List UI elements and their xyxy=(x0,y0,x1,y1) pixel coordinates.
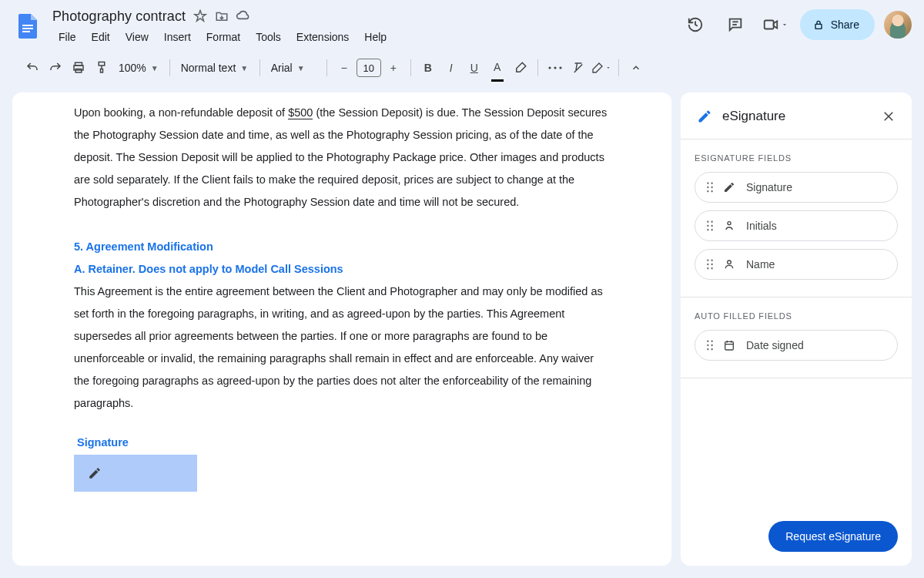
cloud-status-icon[interactable] xyxy=(236,9,250,23)
svg-point-21 xyxy=(711,190,712,192)
clear-formatting-icon[interactable] xyxy=(567,57,589,79)
svg-point-35 xyxy=(728,260,732,264)
text-color-button[interactable]: A xyxy=(487,57,508,79)
menu-insert[interactable]: Insert xyxy=(158,28,197,46)
menu-help[interactable]: Help xyxy=(358,28,393,46)
svg-point-20 xyxy=(707,190,708,192)
svg-point-17 xyxy=(711,183,712,184)
pen-dropdown-button[interactable] xyxy=(591,57,612,79)
svg-rect-1 xyxy=(22,28,33,29)
paint-format-button[interactable] xyxy=(91,57,112,79)
panel-title: eSignature xyxy=(722,109,872,124)
drag-handle-icon xyxy=(706,220,714,231)
bold-button[interactable]: B xyxy=(417,57,439,79)
svg-point-12 xyxy=(554,66,556,69)
svg-point-36 xyxy=(707,341,708,342)
highlight-button[interactable] xyxy=(510,57,531,79)
svg-point-32 xyxy=(711,264,712,265)
request-esignature-button[interactable]: Request eSignature xyxy=(768,521,898,552)
svg-point-33 xyxy=(707,267,708,269)
svg-rect-5 xyxy=(764,21,773,29)
svg-point-18 xyxy=(707,187,708,188)
svg-point-19 xyxy=(711,187,712,188)
svg-point-24 xyxy=(707,225,708,227)
svg-point-39 xyxy=(711,344,712,346)
share-button[interactable]: Share xyxy=(800,9,875,40)
calendar-icon xyxy=(723,339,737,351)
svg-point-16 xyxy=(707,183,708,184)
font-family-select[interactable]: Arial▼ xyxy=(266,62,320,74)
svg-point-31 xyxy=(707,264,708,265)
move-icon[interactable] xyxy=(215,9,229,23)
italic-button[interactable]: I xyxy=(440,57,462,79)
svg-rect-2 xyxy=(22,31,30,32)
svg-rect-0 xyxy=(22,25,33,26)
font-size-input[interactable]: 10 xyxy=(357,59,381,77)
print-button[interactable] xyxy=(68,57,89,79)
app-header: Photography contract File Edit View Inse… xyxy=(0,0,924,46)
undo-button[interactable] xyxy=(22,57,43,79)
menu-file[interactable]: File xyxy=(52,28,82,46)
svg-point-23 xyxy=(711,221,712,223)
menu-bar: File Edit View Insert Format Tools Exten… xyxy=(52,28,671,46)
history-icon[interactable] xyxy=(680,9,711,40)
document-title[interactable]: Photography contract xyxy=(52,8,186,25)
lock-icon xyxy=(812,18,825,31)
signature-field-placeholder[interactable] xyxy=(74,455,197,492)
svg-point-37 xyxy=(711,341,712,342)
drag-handle-icon xyxy=(706,340,714,351)
drag-handle-icon xyxy=(706,259,714,270)
more-button[interactable] xyxy=(544,57,566,79)
esignature-panel: eSignature eSignature Fields Signature I… xyxy=(681,92,912,566)
svg-rect-6 xyxy=(815,24,822,29)
docs-logo-icon[interactable] xyxy=(12,11,43,42)
document-page[interactable]: Upon booking, a non-refundable deposit o… xyxy=(12,92,671,566)
svg-point-13 xyxy=(559,66,561,69)
comments-icon[interactable] xyxy=(720,9,751,40)
avatar[interactable] xyxy=(884,11,912,39)
svg-point-34 xyxy=(711,267,712,269)
paragraph[interactable]: Upon booking, a non-refundable deposit o… xyxy=(74,102,610,213)
meet-icon[interactable] xyxy=(760,9,791,40)
collapse-toolbar-icon[interactable] xyxy=(625,57,647,79)
menu-format[interactable]: Format xyxy=(200,28,246,46)
field-name[interactable]: Name xyxy=(695,249,898,280)
close-icon[interactable] xyxy=(881,109,896,124)
svg-rect-10 xyxy=(99,62,105,66)
pen-icon xyxy=(88,466,102,480)
paragraph[interactable]: This Agreement is the entire agreement b… xyxy=(74,281,610,415)
heading-5a[interactable]: A. Retainer. Does not apply to Model Cal… xyxy=(74,258,610,281)
font-size-increase[interactable]: + xyxy=(383,57,404,79)
person-icon xyxy=(723,258,737,271)
field-signature[interactable]: Signature xyxy=(695,172,898,203)
drag-handle-icon xyxy=(706,182,714,193)
underline-button[interactable]: U xyxy=(464,57,485,79)
svg-point-40 xyxy=(707,348,708,350)
heading-5[interactable]: 5. Agreement Modification xyxy=(74,236,610,258)
initials-icon xyxy=(723,220,737,232)
section-title-auto: Auto Filled Fields xyxy=(695,311,898,321)
svg-point-26 xyxy=(707,229,708,230)
field-initials[interactable]: Initials xyxy=(695,210,898,241)
svg-point-28 xyxy=(728,222,731,225)
svg-point-11 xyxy=(548,66,551,69)
svg-point-30 xyxy=(711,260,712,261)
svg-point-25 xyxy=(711,225,712,227)
zoom-select[interactable]: 100%▼ xyxy=(114,62,163,74)
paragraph-style-select[interactable]: Normal text▼ xyxy=(176,62,253,74)
svg-rect-42 xyxy=(725,341,734,350)
menu-edit[interactable]: Edit xyxy=(85,28,116,46)
redo-button[interactable] xyxy=(45,57,66,79)
star-icon[interactable] xyxy=(193,9,207,23)
svg-point-41 xyxy=(711,348,712,350)
svg-point-22 xyxy=(707,221,708,223)
menu-extensions[interactable]: Extensions xyxy=(290,28,355,46)
field-date-signed[interactable]: Date signed xyxy=(695,330,898,361)
toolbar: 100%▼ Normal text▼ Arial▼ − 10 + B I U A xyxy=(12,52,912,83)
menu-tools[interactable]: Tools xyxy=(249,28,287,46)
menu-view[interactable]: View xyxy=(119,28,155,46)
pen-icon xyxy=(723,181,737,193)
font-size-decrease[interactable]: − xyxy=(333,57,355,79)
svg-point-27 xyxy=(711,229,712,230)
signature-label: Signature xyxy=(77,436,610,449)
